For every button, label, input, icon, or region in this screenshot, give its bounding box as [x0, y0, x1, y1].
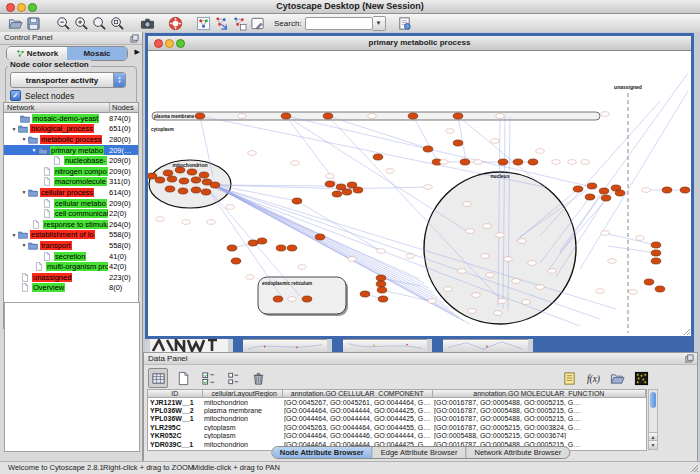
tree-row[interactable]: ▼metabolic process280(0)	[4, 134, 138, 145]
tree-row[interactable]: cell communicat22(0)	[4, 208, 138, 219]
file	[52, 156, 63, 165]
zoom-selected-icon[interactable]	[90, 15, 108, 31]
formula-builder-icon[interactable]: f(x)	[583, 368, 603, 388]
tree-row[interactable]: nucleobase-209(0)	[4, 155, 138, 166]
tab-network[interactable]: Network	[7, 47, 67, 60]
column-header[interactable]: annotation.GO CELLULAR_COMPONENT	[283, 390, 433, 397]
zoom-fit-icon[interactable]	[108, 15, 126, 31]
vizmapper-icon[interactable]	[194, 15, 212, 31]
status-zoom-hint: Right-click + drag to ZOOM	[103, 463, 194, 472]
table-row[interactable]: YKR052Ccytoplasm[GO:0044464, GO:0044446,…	[148, 432, 646, 440]
svg-text:mitochondrion: mitochondrion	[173, 162, 208, 168]
table-row[interactable]: YLR295Ccytoplasm[GO:0045263, GO:0044464,…	[148, 423, 646, 431]
tree-row[interactable]: unassigned223(0)	[4, 272, 138, 283]
tab-label: Network	[27, 49, 59, 58]
table-row[interactable]: YPL036W__2plasma membrane[GO:0044464, GO…	[148, 406, 646, 414]
tab-node-attribute-browser[interactable]: Node Attribute Browser	[272, 447, 372, 458]
background-window[interactable]	[443, 339, 528, 352]
search-dropdown-button[interactable]: ▼	[373, 16, 386, 31]
tree-row[interactable]: ▼transport558(0)	[4, 240, 138, 251]
tree-row[interactable]: ▼establishment of lo558(0)	[4, 230, 138, 241]
tree-row[interactable]: multi-organism pro42(0)	[4, 261, 138, 272]
folder	[38, 146, 49, 155]
expand-arrow-icon[interactable]: ▼	[30, 147, 38, 153]
open-attribute-icon[interactable]	[607, 368, 627, 388]
expand-arrow-icon[interactable]: ▼	[20, 189, 28, 195]
tree-row[interactable]: mosaic-demo-yeast874(0)	[4, 113, 138, 124]
resize-grip-icon[interactable]	[689, 463, 699, 473]
tree-row-count: 209(0)	[109, 199, 131, 208]
background-window[interactable]	[150, 339, 228, 352]
tree-row[interactable]: cellular metabo209(0)	[4, 198, 138, 209]
table-cell: [GO:0016787, GO:0005488, GO:0005215, G…	[432, 399, 646, 406]
tree-row[interactable]: ▼biological_process651(0)	[4, 124, 138, 135]
float-panel-icon[interactable]	[685, 354, 694, 363]
background-window[interactable]	[243, 339, 327, 352]
network-graph[interactable]: plasma membranecytoplasmmitochondrionnuc…	[148, 51, 691, 336]
open-icon[interactable]	[6, 15, 24, 31]
table-row[interactable]: YPL036W__1mitochondrion[GO:0044464, GO:0…	[148, 415, 646, 423]
search-input[interactable]	[305, 17, 373, 30]
tree-row[interactable]: ▼primary metabo209(…	[4, 145, 138, 156]
expand-arrow-icon[interactable]: ▼	[10, 126, 18, 132]
create-view-icon[interactable]	[212, 15, 230, 31]
tab-mosaic[interactable]: Mosaic	[67, 47, 127, 60]
help-icon[interactable]	[166, 15, 184, 31]
tab-overflow-icon[interactable]: ▶	[135, 48, 140, 56]
expand-arrow-icon[interactable]: ▼	[10, 232, 18, 238]
table-scrollbar[interactable]: ▲ ▼	[648, 389, 658, 450]
batch-edit-icon[interactable]	[198, 368, 218, 388]
scroll-down-icon[interactable]: ▼	[649, 440, 657, 449]
delete-attribute-icon[interactable]	[248, 368, 268, 388]
column-header[interactable]: ID	[148, 390, 203, 397]
expand-arrow-icon[interactable]: ▼	[20, 242, 28, 248]
table-row[interactable]: YJR121W__1mitochondrion[GO:0045267, GO:0…	[148, 398, 646, 406]
column-header[interactable]: annotation.GO MOLECULAR_FUNCTION	[433, 390, 646, 397]
tree-row[interactable]: ▼cellular process614(0)	[4, 187, 138, 198]
network-canvas[interactable]: plasma membranecytoplasmmitochondrionnuc…	[148, 51, 691, 336]
tree-row-label: macromolecule	[54, 177, 107, 186]
tree-row-count: 223(0)	[109, 273, 131, 282]
tab-edge-attribute-browser[interactable]: Edge Attribute Browser	[372, 447, 466, 458]
network-view-title: primary metabolic process	[148, 36, 691, 50]
attribute-browser-tabs: Node Attribute BrowserEdge Attribute Bro…	[271, 446, 570, 459]
svg-text:cytoplasm: cytoplasm	[151, 127, 174, 132]
snapshot-icon[interactable]	[138, 15, 156, 31]
background-window[interactable]	[343, 339, 427, 352]
tree-row[interactable]: macromolecule311(0)	[4, 177, 138, 188]
node-color-dropdown[interactable]: transporter activity ▲▼	[10, 72, 126, 88]
attribute-list-icon[interactable]	[223, 368, 243, 388]
main-toolbar: Search: ▼	[0, 14, 700, 33]
save-icon[interactable]	[24, 15, 42, 31]
scrollbar-thumb[interactable]	[650, 392, 656, 408]
zoom-in-icon[interactable]	[72, 15, 90, 31]
file	[42, 177, 53, 186]
table-cell: mitochondrion	[202, 399, 282, 406]
import-attributes-icon[interactable]	[559, 368, 579, 388]
file	[42, 167, 53, 176]
network-view-titlebar[interactable]: primary metabolic process	[148, 36, 691, 51]
destroy-view-icon[interactable]	[230, 15, 248, 31]
tree-row[interactable]: secretion41(0)	[4, 251, 138, 262]
tree-row[interactable]: nitrogen compo209(0)	[4, 166, 138, 177]
select-attributes-icon[interactable]	[148, 368, 168, 388]
network-view-window[interactable]: primary metabolic process plasma membran…	[145, 33, 694, 339]
matrix-icon[interactable]	[631, 368, 651, 388]
float-panel-icon[interactable]	[130, 34, 139, 43]
select-nodes-checkbox[interactable]: ✓	[10, 90, 21, 101]
column-header[interactable]: _cellularLayoutRegion	[203, 390, 283, 397]
table-cell: [GO:0045267, GO:0045261, GO:0044464, G…	[282, 399, 432, 406]
table-cell: YDR039C__1	[148, 441, 202, 448]
data-panel-toolbar: f(x)	[144, 365, 697, 389]
tree-row[interactable]: response to stimulu264(0)	[4, 219, 138, 230]
tree-row[interactable]: Overview8(0)	[4, 283, 138, 294]
tree-row-label: transport	[40, 241, 72, 250]
new-attribute-icon[interactable]	[173, 368, 193, 388]
annotation-icon[interactable]	[248, 15, 266, 31]
advanced-search-button[interactable]	[396, 15, 414, 31]
title-bar: Cytoscape Desktop (New Session)	[0, 0, 700, 14]
tab-network-attribute-browser[interactable]: Network Attribute Browser	[465, 447, 569, 458]
zoom-out-icon[interactable]	[54, 15, 72, 31]
select-nodes-label: Select nodes	[25, 91, 74, 101]
expand-arrow-icon[interactable]: ▼	[20, 136, 28, 142]
